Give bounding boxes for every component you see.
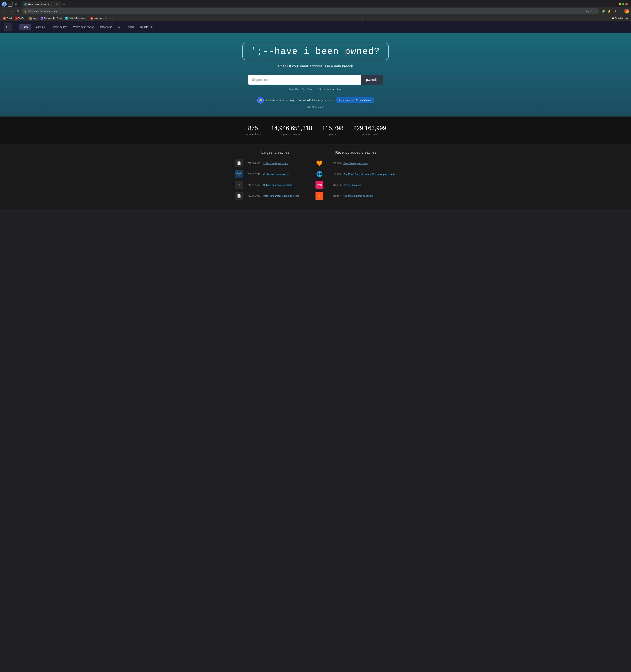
bookmark-video-label: video transmisiones... <box>94 17 113 19</box>
enrichment-name[interactable]: Data Enrichment Exposure From <box>263 194 299 197</box>
gmail-favicon: M <box>3 17 6 20</box>
nav-api[interactable]: API <box>115 24 125 30</box>
nav-about[interactable]: About <box>125 24 137 30</box>
breach-row-onliner: ✉ 711,477,622 Onliner Spambot accounts <box>235 181 316 189</box>
more-btn[interactable]: ⋯ <box>618 8 624 14</box>
bookmark-youtube[interactable]: ▶ YouTube <box>14 16 27 20</box>
edge-icon[interactable] <box>625 9 629 14</box>
tracking-favicon: T <box>41 17 43 20</box>
bookmark-picwish-label: PicWish Backgroun... <box>69 17 87 19</box>
breach-row-collection1: 📄 772,904,991 Collection #1 accounts <box>235 159 316 167</box>
flatearth-name[interactable]: Flat Earth Sun, Moon and Zodiac App acco… <box>343 173 395 175</box>
bookmark-youtube-label: YouTube <box>18 17 26 19</box>
logo-text: ;-) <box>6 25 11 29</box>
bookmark-maps-label: Maps <box>33 17 38 19</box>
stat-label-accounts: pwned accounts <box>271 133 312 136</box>
stat-label-websites: pwned websites <box>245 133 261 136</box>
enrichment-icon: 📄 <box>235 192 243 200</box>
nav-actions: 🧩 ⭐ ⬆ ⋯ <box>601 8 629 14</box>
bookmark-tracking[interactable]: T Tracking - Big Smart <box>40 16 63 20</box>
refresh-button[interactable]: ↻ <box>15 8 20 14</box>
site-nav: Home Notify me Domain search Who's been … <box>19 24 627 30</box>
search-container: pwned? <box>248 75 383 85</box>
minimize-button[interactable] <box>619 3 621 5</box>
largest-breaches-title: Largest breaches <box>235 150 316 154</box>
extensions-btn[interactable]: 🧩 <box>601 8 606 14</box>
folder-icon: 📁 <box>612 17 614 19</box>
tab-title: Have I Been Pwned: Check if you... <box>28 3 54 6</box>
tab-favicon: 🔒 <box>24 3 27 6</box>
bookmarks-more-btn[interactable]: » <box>362 17 363 20</box>
verifications-count: 763,117,241 <box>245 173 260 175</box>
sidebar-icon[interactable]: ⊟ <box>14 2 18 6</box>
other-favorites[interactable]: 📁 Otros favoritos <box>610 17 629 20</box>
onliner-name[interactable]: Onliner Spambot accounts <box>263 184 292 186</box>
address-text: https://haveibeenpwned.com <box>28 10 584 13</box>
orange-name[interactable]: Orange Romania accounts <box>343 194 373 197</box>
email-search-input[interactable] <box>248 75 361 85</box>
maps-favicon: M <box>29 17 32 20</box>
collection1-name[interactable]: Collection #1 accounts <box>263 162 288 165</box>
bookmarks-bar: M Gmail ▶ YouTube M Maps T Tracking - Bi… <box>0 15 631 21</box>
bookmark-video[interactable]: ▶ video transmisiones... <box>89 16 114 20</box>
recently-added-col: Recently added breaches 🧡 220,503 Color … <box>316 150 396 202</box>
new-tab-button[interactable]: + <box>62 2 66 7</box>
spyzie-name[interactable]: Spyzie accounts <box>343 184 361 186</box>
breach-row-orange: 🟠 556,557 Orange Romania accounts <box>316 192 396 200</box>
bookmark-picwish[interactable]: P PicWish Backgroun... <box>64 16 89 20</box>
read-aloud-icon[interactable]: 𝐀 <box>590 9 593 13</box>
why-1password-link[interactable]: Why 1Password? <box>3 106 628 108</box>
profile-icon[interactable]: 👤 <box>2 2 6 6</box>
colordating-name[interactable]: Color Dating accounts <box>343 162 368 165</box>
other-favorites-label: Otros favoritos <box>615 17 628 19</box>
breach-row-flatearth: 🌐 33,294 Flat Earth Sun, Moon and Zodiac… <box>316 170 396 178</box>
translate-icon[interactable]: Aa <box>585 9 589 13</box>
pwned-search-button[interactable]: pwned? <box>361 75 383 85</box>
browser-window: 👤 ⊞ ⊟ 🔒 Have I Been Pwned: Check if you.… <box>0 0 631 21</box>
collection1-icon: 📄 <box>235 159 243 167</box>
breach-row-colordating: 🧡 220,503 Color Dating accounts <box>316 159 396 167</box>
active-tab[interactable]: 🔒 Have I Been Pwned: Check if you... ✕ <box>22 1 61 7</box>
tab-close-btn[interactable]: ✕ <box>55 3 58 6</box>
site-header: ;-) Home Notify me Domain search Who's b… <box>0 21 631 33</box>
nav-whos[interactable]: Who's been pwned <box>71 24 97 30</box>
nav-domain[interactable]: Domain search <box>48 24 70 30</box>
hero-logo-box: ';--have i been pwned? <box>242 43 388 60</box>
favorite-icon[interactable]: ☆ <box>594 9 597 13</box>
donate-label: Donate <box>140 25 148 28</box>
nav-home[interactable]: Home <box>19 24 31 30</box>
stat-pwned-accounts: 14,946,651,318 pwned accounts <box>271 125 312 136</box>
paypal-icon: 𝐏 <box>151 25 152 28</box>
nav-passwords[interactable]: Passwords <box>97 24 115 30</box>
bookmark-gmail-label: Gmail <box>6 17 12 19</box>
orange-count: 556,557 <box>326 194 341 197</box>
learn-more-button[interactable]: Learn more at 1Password.com <box>336 97 374 103</box>
stat-paste-accounts: 229,163,999 paste accounts <box>353 125 386 136</box>
address-bar[interactable]: 🔒 https://haveibeenpwned.com Aa 𝐀 ☆ <box>22 8 600 14</box>
colordating-count: 220,503 <box>326 162 341 165</box>
nav-bar: ‹ › ↻ 🔒 https://haveibeenpwned.com Aa 𝐀 … <box>0 7 631 15</box>
stat-number-websites: 875 <box>245 125 261 131</box>
largest-breaches-col: Largest breaches 📄 772,904,991 Collectio… <box>235 150 316 202</box>
youtube-favicon: ▶ <box>15 17 18 20</box>
close-button[interactable] <box>625 3 628 5</box>
orange-icon: 🟠 <box>316 192 323 200</box>
nav-notify[interactable]: Notify me <box>32 24 48 30</box>
password-promo: 🔑 Generate secure, unique passwords for … <box>3 97 628 103</box>
maximize-button[interactable] <box>622 3 625 5</box>
stat-pwned-websites: 875 pwned websites <box>245 125 261 136</box>
breach-row-verifications: verificationsio 763,117,241 Verification… <box>235 170 316 178</box>
nav-donate[interactable]: Donate ₿ 𝐏 <box>138 24 155 30</box>
share-btn[interactable]: ⬆ <box>613 8 618 14</box>
back-button[interactable]: ‹ <box>2 8 7 14</box>
forward-button[interactable]: › <box>8 8 14 14</box>
breaches-content: Largest breaches 📄 772,904,991 Collectio… <box>0 144 631 209</box>
bookmark-gmail[interactable]: M Gmail <box>2 16 13 20</box>
verifications-name[interactable]: Verifications.io accounts <box>263 173 289 175</box>
collection1-count: 772,904,991 <box>245 162 260 165</box>
terms-link[interactable]: terms of use <box>330 88 342 90</box>
favorites-btn[interactable]: ⭐ <box>607 8 612 14</box>
tab-groups-icon[interactable]: ⊞ <box>8 2 13 6</box>
bookmark-maps[interactable]: M Maps <box>28 16 39 20</box>
title-bar: 👤 ⊞ ⊟ 🔒 Have I Been Pwned: Check if you.… <box>0 0 631 7</box>
